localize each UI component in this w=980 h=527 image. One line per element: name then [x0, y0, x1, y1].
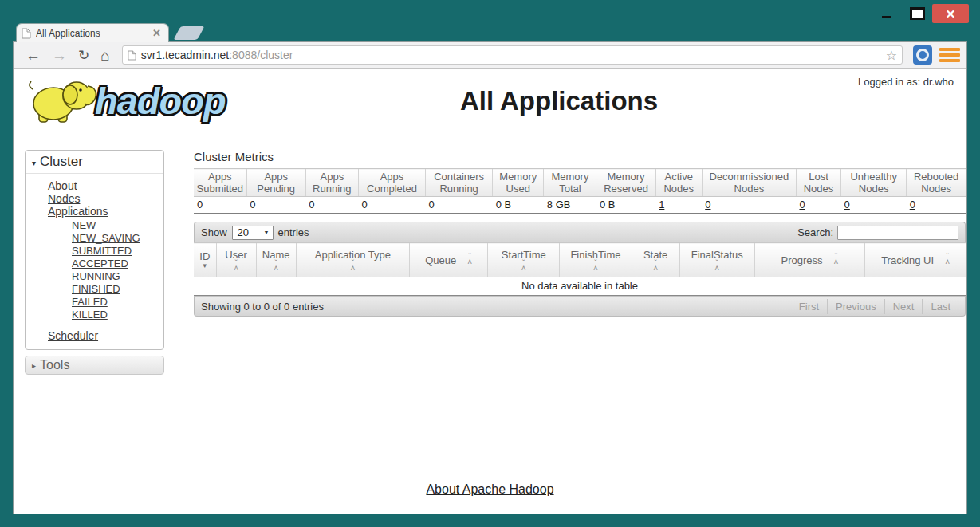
pagination-first-button[interactable]: First: [791, 299, 827, 314]
bookmark-star-icon[interactable]: ☆: [886, 48, 897, 63]
metric-header: Memory Total: [544, 169, 596, 197]
metric-header: Memory Reserved: [596, 169, 655, 197]
column-header-tracking-ui[interactable]: Tracking UIˇ˄: [865, 243, 966, 277]
new-tab-button[interactable]: [173, 26, 204, 40]
cluster-accordion: ▾Cluster About Nodes Applications NEW NE…: [25, 150, 164, 350]
column-header-queue[interactable]: Queueˇ˄: [410, 243, 488, 277]
unhealthy-nodes-link[interactable]: 0: [844, 199, 850, 210]
extension-icon[interactable]: [913, 45, 932, 65]
metric-value: 0: [841, 197, 907, 214]
sort-desc-icon: ▼: [202, 263, 208, 269]
column-header-user[interactable]: Userˇ˄: [216, 243, 256, 277]
metric-value: 8 GB: [544, 197, 596, 214]
address-bar[interactable]: svr1.tecadmin.net:8088/cluster ☆: [122, 45, 903, 65]
table-row: No data available in table: [194, 277, 966, 296]
sidebar-item-state: FINISHED: [72, 282, 163, 295]
state-submitted-link[interactable]: SUBMITTED: [72, 245, 132, 257]
table-controls-bar: Show 20 ▼ entries Search:: [194, 222, 966, 242]
sidebar-item-applications: Applications NEW NEW_SAVING SUBMITTED AC…: [48, 205, 163, 321]
column-header-application-type[interactable]: Application Typeˇ˄: [296, 243, 409, 277]
chevron-down-icon: ▼: [264, 230, 270, 235]
sidebar-item-state: NEW: [72, 218, 163, 231]
search-label: Search:: [797, 226, 833, 238]
metric-header: Decommissioned Nodes: [702, 169, 796, 197]
column-header-finalstatus[interactable]: FinalStatusˇ˄: [679, 243, 754, 277]
pagination-next-button[interactable]: Next: [884, 299, 923, 314]
state-new-saving-link[interactable]: NEW_SAVING: [72, 232, 140, 244]
forward-icon[interactable]: →: [52, 48, 67, 63]
hadoop-elephant-logo: [26, 75, 100, 126]
about-apache-hadoop-link[interactable]: About Apache Hadoop: [426, 482, 553, 496]
page-content: Logged in as: dr.who hadoop: [14, 69, 966, 514]
sidebar-item-nodes: Nodes: [48, 192, 163, 205]
sidebar-item-about: About: [48, 179, 163, 192]
decommissioned-nodes-link[interactable]: 0: [705, 199, 710, 210]
sidebar-item-state: KILLED: [72, 308, 163, 321]
tools-label: Tools: [40, 358, 69, 372]
rebooted-nodes-link[interactable]: 0: [910, 199, 915, 210]
caret-down-icon: ▾: [32, 159, 36, 167]
table-info-bar: Showing 0 to 0 of 0 entries First Previo…: [194, 296, 966, 317]
state-failed-link[interactable]: FAILED: [72, 296, 108, 308]
metric-header: Containers Running: [426, 169, 493, 197]
column-header-starttime[interactable]: StartTimeˇ˄: [488, 243, 560, 277]
minimize-button[interactable]: [872, 4, 902, 23]
metric-value: 0: [907, 197, 966, 214]
browser-tab[interactable]: All Applications ✕: [16, 23, 169, 42]
home-icon[interactable]: ⌂: [100, 48, 109, 63]
metric-header: Active Nodes: [655, 169, 702, 197]
cluster-accordion-header[interactable]: ▾Cluster: [26, 151, 163, 174]
sidebar-item-state: FAILED: [72, 295, 163, 308]
pagination-last-button[interactable]: Last: [922, 299, 958, 314]
lost-nodes-link[interactable]: 0: [799, 199, 805, 210]
tab-close-icon[interactable]: ✕: [150, 27, 163, 39]
scheduler-link[interactable]: Scheduler: [48, 329, 98, 342]
sidebar-item-state: SUBMITTED: [72, 244, 163, 257]
tab-title: All Applications: [36, 28, 150, 39]
page-size-value: 20: [238, 226, 249, 238]
tools-accordion-header[interactable]: ▸Tools: [25, 356, 164, 375]
caret-right-icon: ▸: [32, 361, 36, 370]
column-header-name[interactable]: Nameˇ˄: [256, 243, 296, 277]
metric-header: Lost Nodes: [796, 169, 840, 197]
cluster-label: Cluster: [40, 154, 83, 169]
sidebar-item-scheduler: Scheduler: [48, 329, 163, 342]
table-info-text: Showing 0 to 0 of 0 entries: [201, 301, 324, 313]
reload-icon[interactable]: ↻: [78, 49, 89, 62]
column-header-progress[interactable]: Progressˇ˄: [754, 243, 864, 277]
metric-header: Apps Completed: [358, 169, 425, 197]
metric-value: 0: [305, 197, 358, 214]
sidebar: ▾Cluster About Nodes Applications NEW NE…: [25, 150, 164, 375]
state-running-link[interactable]: RUNNING: [72, 270, 120, 282]
sort-icon: ˇ˄: [714, 262, 719, 271]
search-input[interactable]: [837, 226, 958, 240]
applications-link[interactable]: Applications: [48, 205, 108, 218]
chrome-menu-icon[interactable]: [939, 46, 960, 64]
pagination-previous-button[interactable]: Previous: [827, 299, 884, 314]
metric-value: 0 B: [493, 197, 544, 214]
nodes-link[interactable]: Nodes: [48, 192, 80, 205]
column-header-finishtime[interactable]: FinishTimeˇ˄: [560, 243, 632, 277]
back-icon[interactable]: ←: [26, 48, 41, 63]
column-header-id[interactable]: ID▼: [194, 243, 216, 277]
sort-icon: ˇ˄: [521, 262, 526, 271]
maximize-button[interactable]: [902, 4, 932, 23]
state-new-link[interactable]: NEW: [72, 219, 96, 231]
about-link[interactable]: About: [48, 179, 77, 192]
sort-icon: ˇ˄: [467, 255, 472, 265]
browser-toolbar: ← → ↻ ⌂ svr1.tecadmin.net:8088/cluster ☆: [14, 42, 966, 69]
cluster-metrics-table: Apps Submitted Apps Pending Apps Running…: [194, 168, 966, 214]
close-button[interactable]: ✕: [932, 4, 969, 23]
state-accepted-link[interactable]: ACCEPTED: [72, 258, 128, 269]
column-header-state[interactable]: Stateˇ˄: [632, 243, 679, 277]
sort-icon: ˇ˄: [653, 262, 658, 271]
sort-icon: ˇ˄: [274, 262, 278, 271]
browser-window: ← → ↻ ⌂ svr1.tecadmin.net:8088/cluster ☆…: [13, 41, 967, 514]
window-controls: ✕: [872, 4, 969, 23]
state-killed-link[interactable]: KILLED: [72, 309, 108, 321]
active-nodes-link[interactable]: 1: [659, 199, 664, 210]
metric-value: 0: [702, 197, 796, 214]
pagination: First Previous Next Last: [791, 298, 958, 314]
page-size-select[interactable]: 20 ▼: [232, 226, 274, 240]
state-finished-link[interactable]: FINISHED: [72, 283, 120, 295]
